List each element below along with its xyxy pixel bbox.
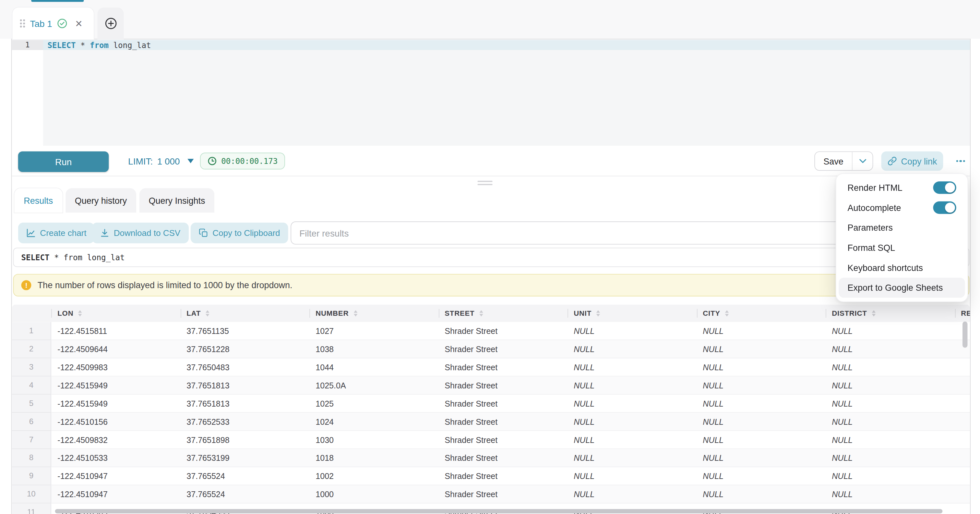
table-cell: NULL [826,377,955,394]
table-cell: NULL [826,467,955,485]
run-button[interactable]: Run [18,151,109,172]
limit-dropdown[interactable]: LIMIT: 1 000 [128,146,194,176]
tab-label: Query Insights [149,195,205,205]
sort-icon[interactable] [597,310,600,316]
link-icon [887,156,897,166]
close-tab-icon[interactable]: × [75,18,82,30]
copy-link-label: Copy link [901,156,937,166]
download-csv-button[interactable]: Download to CSV [92,223,188,243]
table-cell: NULL [568,485,697,504]
table-cell: 37.7653199 [180,449,309,467]
table-cell: NULL [697,340,826,358]
table-row[interactable]: 1-122.451581137.76511351027Shrader Stree… [12,322,970,340]
more-options-button[interactable] [953,151,969,171]
save-button[interactable]: Save [815,152,852,170]
table-cell [955,377,970,394]
drag-handle-icon[interactable] [20,19,25,27]
table-cell: -122.4515949 [51,394,180,413]
table-row[interactable]: 9-122.451094737.7655241002Shrader Street… [12,467,970,485]
tab-query-history[interactable]: Query history [65,188,136,212]
tab-label: Query history [75,195,127,205]
table-cell: NULL [826,340,955,358]
table-row[interactable]: 5-122.451594937.76518131025Shrader Stree… [12,394,970,413]
row-limit-warning-banner: ! The number of rows displayed is limite… [13,274,969,296]
tab-query-insights[interactable]: Query Insights [140,188,215,212]
create-chart-label: Create chart [40,228,86,238]
vertical-scrollbar-thumb[interactable] [963,322,967,348]
column-header-lat[interactable]: LAT [180,305,309,322]
toggle-switch[interactable] [933,181,956,194]
toggle-knob [945,183,955,193]
sort-desc-icon [78,314,83,317]
table-cell [955,431,970,449]
table-cell: -122.4510947 [51,467,180,485]
sort-asc-icon [597,310,600,313]
query-tab-1[interactable]: Tab 1 × [13,8,94,39]
column-header-re[interactable]: RE [955,305,970,322]
column-header-lon[interactable]: LON [51,305,180,322]
sort-icon[interactable] [78,310,83,316]
row-number-cell: 6 [12,413,51,431]
editor-code-area[interactable]: SELECT * from long_lat [43,39,970,146]
menu-item-keyboard-shortcuts[interactable]: Keyboard shortcuts [838,258,965,278]
toggle-switch[interactable] [933,201,956,214]
add-tab-button[interactable] [98,8,124,39]
menu-item-render-html[interactable]: Render HTML [838,177,965,198]
menu-item-format-sql[interactable]: Format SQL [838,238,965,258]
sort-icon[interactable] [205,310,210,316]
sql-editor[interactable]: 1 SELECT * from long_lat [12,39,970,146]
horizontal-scrollbar-thumb[interactable] [55,509,943,513]
table-cell: 37.7652533 [180,413,309,431]
table-cell: NULL [826,322,955,340]
sort-desc-icon [597,314,600,317]
sort-asc-icon [872,310,876,313]
table-cell [955,358,970,377]
create-chart-button[interactable]: Create chart [18,223,95,243]
table-cell: -122.4509832 [51,431,180,449]
sort-icon[interactable] [354,310,358,316]
sort-icon[interactable] [480,310,484,316]
column-header-street[interactable]: STREET [438,305,568,322]
sort-icon[interactable] [725,310,729,316]
table-row[interactable]: 10-122.451094737.7655241000Shrader Stree… [12,485,970,504]
sort-desc-icon [354,314,358,317]
sql-keyword: from [90,40,109,49]
column-label: LON [57,310,73,317]
table-cell: NULL [568,377,697,394]
table-row[interactable]: 8-122.451053337.76531991018Shrader Stree… [12,449,970,467]
sort-icon[interactable] [872,310,876,316]
alert-circle-icon: ! [21,280,32,290]
column-header-district[interactable]: DISTRICT [826,305,955,322]
table-row[interactable]: 3-122.450998337.76504831044Shrader Stree… [12,358,970,377]
table-row[interactable]: 2-122.450964437.76512281038Shrader Stree… [12,340,970,358]
menu-item-export-to-google-sheets[interactable]: Export to Google Sheets [838,278,965,298]
table-cell: 1038 [309,340,438,358]
resize-handle[interactable] [477,181,492,186]
menu-item-parameters[interactable]: Parameters [838,218,965,238]
table-cell: Shrader Street [438,358,568,377]
sort-asc-icon [354,310,358,313]
table-cell: NULL [568,358,697,377]
column-header-number[interactable]: NUMBER [309,305,438,322]
column-header-unit[interactable]: UNIT [568,305,697,322]
column-header-city[interactable]: CITY [697,305,826,322]
table-cell [955,449,970,467]
table-cell: -122.4515811 [51,322,180,340]
table-row[interactable]: 7-122.450983237.76518981030Shrader Stree… [12,431,970,449]
menu-item-autocomplete[interactable]: Autocomplete [838,198,965,218]
plus-circle-icon [104,17,117,30]
table-cell: 37.7651898 [180,431,309,449]
clock-icon [208,156,217,166]
row-number-cell: 1 [12,322,51,340]
sort-asc-icon [205,310,210,313]
tab-results[interactable]: Results [14,188,62,212]
table-row[interactable]: 6-122.451015637.76525331024Shrader Stree… [12,413,970,431]
warning-text: The number of rows displayed is limited … [38,280,293,290]
copy-clipboard-button[interactable]: Copy to Clipboard [191,223,288,243]
save-dropdown-button[interactable] [853,152,873,170]
copy-link-button[interactable]: Copy link [881,151,943,171]
table-cell: NULL [697,322,826,340]
table-row[interactable]: 4-122.451594937.76518131025.0AShrader St… [12,377,970,394]
table-cell: 37.7651813 [180,377,309,394]
active-code-line[interactable]: SELECT * from long_lat [43,40,970,50]
